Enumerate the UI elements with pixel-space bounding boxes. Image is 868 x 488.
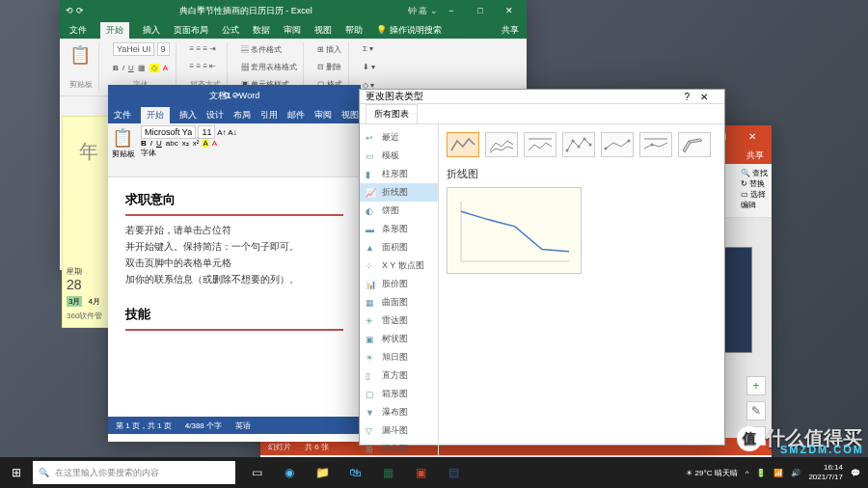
subtype-100pct-markers[interactable]: [639, 132, 672, 157]
font-size-select[interactable]: 9: [157, 42, 170, 56]
cond-format-button[interactable]: ▤ 条件格式: [241, 44, 297, 55]
start-button[interactable]: ⊞: [0, 466, 33, 479]
font-size-select[interactable]: 11: [198, 125, 215, 139]
chart-category-6[interactable]: ▲面积图: [360, 238, 438, 257]
highlight-button[interactable]: A: [203, 139, 207, 148]
volume-icon[interactable]: 🔊: [791, 469, 800, 477]
subtype-stacked-line[interactable]: [485, 132, 518, 157]
subtype-line[interactable]: [447, 132, 479, 157]
edge-icon[interactable]: ◉: [274, 459, 305, 486]
chart-category-8[interactable]: 📊股价图: [360, 275, 438, 293]
chart-preview[interactable]: [447, 187, 582, 274]
tab-insert[interactable]: 插入: [143, 24, 160, 37]
border-button[interactable]: ▦: [138, 64, 146, 72]
tab-home[interactable]: 开始: [100, 22, 129, 39]
chart-category-2[interactable]: ▮柱形图: [360, 165, 438, 183]
task-view-icon[interactable]: ▭: [241, 459, 272, 486]
dialog-titlebar[interactable]: 更改图表类型 ? ✕: [360, 90, 724, 104]
tab-data[interactable]: 数据: [253, 24, 270, 37]
month-3[interactable]: 3月: [67, 296, 82, 307]
language[interactable]: 英语: [235, 420, 251, 431]
tab-review[interactable]: 审阅: [314, 109, 332, 122]
tray-up-icon[interactable]: ^: [746, 469, 749, 477]
close-icon[interactable]: ✕: [496, 6, 523, 15]
word-titlebar[interactable]: ⟲ ⟳ 文档1 - Word: [108, 85, 361, 106]
sum-button[interactable]: Σ ▾: [363, 44, 375, 53]
bold-button[interactable]: B: [113, 64, 119, 72]
close-icon[interactable]: ✕: [739, 131, 766, 142]
tab-mail[interactable]: 邮件: [287, 109, 305, 122]
clock[interactable]: 16:14 2021/7/17: [808, 463, 843, 481]
chart-category-15[interactable]: ▼瀑布图: [360, 403, 438, 421]
chart-category-16[interactable]: ▽漏斗图: [360, 421, 438, 440]
brush-icon[interactable]: ✎: [746, 401, 766, 420]
fill-button[interactable]: ⬇ ▾: [363, 63, 375, 71]
excel-titlebar[interactable]: ⟲ ⟳ 典白季节性插画的日历日历 - Excel 钟 嘉 ⌄ − □ ✕: [60, 0, 527, 21]
tab-all-charts[interactable]: 所有图表: [366, 104, 418, 123]
search-hint[interactable]: 💡 操作说明搜索: [376, 24, 442, 37]
tab-layout[interactable]: 布局: [233, 109, 251, 122]
month-4[interactable]: 4月: [88, 296, 99, 307]
tab-formula[interactable]: 公式: [222, 24, 239, 37]
chart-category-3[interactable]: 📈折线图: [360, 183, 438, 202]
chart-category-9[interactable]: ▦曲面图: [360, 293, 438, 312]
tab-help[interactable]: 帮助: [345, 24, 363, 37]
chart-category-0[interactable]: ↩最近: [360, 128, 438, 147]
italic-button[interactable]: I: [122, 64, 124, 72]
word-count[interactable]: 4/388 个字: [185, 420, 222, 431]
maximize-icon[interactable]: □: [467, 6, 494, 15]
zoom-in-button[interactable]: +: [746, 376, 766, 395]
chart-category-10[interactable]: ✳雷达图: [360, 312, 438, 330]
tab-view[interactable]: 视图: [341, 109, 359, 122]
battery-icon[interactable]: 🔋: [756, 469, 766, 477]
delete-button[interactable]: ⊟ 删除: [317, 62, 342, 72]
powerpoint-icon[interactable]: ▣: [405, 459, 436, 486]
chart-category-11[interactable]: ▣树状图: [360, 330, 438, 348]
font-color-button[interactable]: A: [163, 64, 168, 72]
bold-button[interactable]: B: [141, 139, 147, 148]
chart-category-17[interactable]: ⊞组合图: [360, 440, 438, 458]
replace-button[interactable]: ↻ 替换: [741, 178, 768, 189]
minimize-icon[interactable]: −: [438, 6, 465, 15]
chart-category-7[interactable]: ⁘X Y 散点图: [360, 257, 438, 275]
store-icon[interactable]: 🛍: [339, 459, 370, 486]
subtype-3d-line[interactable]: [678, 132, 711, 157]
tab-design[interactable]: 设计: [206, 109, 224, 122]
chart-category-12[interactable]: ☀旭日图: [360, 348, 438, 366]
explorer-icon[interactable]: 📁: [307, 459, 338, 486]
tab-home[interactable]: 开始: [141, 107, 170, 123]
insert-button[interactable]: ⊞ 插入: [317, 44, 342, 55]
search-box[interactable]: 🔍 在这里输入你要搜索的内容: [33, 461, 235, 484]
tab-ref[interactable]: 引用: [260, 109, 278, 122]
font-name-select[interactable]: YaHei UI: [113, 42, 154, 56]
share-button[interactable]: 共享: [502, 24, 527, 37]
chart-category-4[interactable]: ◐饼图: [360, 202, 438, 220]
strike-button[interactable]: abc: [166, 139, 178, 148]
subtype-100pct-line[interactable]: [524, 132, 556, 157]
find-button[interactable]: 🔍 查找: [741, 168, 768, 178]
tab-insert[interactable]: 插入: [179, 109, 197, 122]
tab-file[interactable]: 文件: [69, 24, 87, 37]
select-button[interactable]: ▭ 选择: [741, 189, 768, 200]
fill-color-button[interactable]: ◇: [149, 64, 159, 72]
tab-view[interactable]: 视图: [314, 24, 332, 37]
font-name-select[interactable]: Microsoft Ya: [141, 125, 196, 139]
font-color-button[interactable]: A: [212, 139, 217, 148]
word-icon[interactable]: ▤: [438, 459, 469, 486]
table-format-button[interactable]: ▦ 套用表格格式: [241, 62, 297, 72]
weather-widget[interactable]: ☀ 29°C 晴天晴: [686, 468, 737, 478]
excel-icon[interactable]: ▦: [372, 459, 403, 486]
subtype-stacked-markers[interactable]: [601, 132, 634, 157]
page-indicator[interactable]: 第 1 页，共 1 页: [116, 420, 172, 431]
chart-category-5[interactable]: ▬条形图: [360, 220, 438, 238]
chart-category-13[interactable]: ▯直方图: [360, 366, 438, 385]
chart-category-1[interactable]: ▭模板: [360, 147, 438, 165]
underline-button[interactable]: U: [156, 139, 162, 148]
italic-button[interactable]: I: [150, 139, 152, 148]
underline-button[interactable]: U: [128, 64, 134, 72]
tab-file[interactable]: 文件: [114, 109, 131, 122]
wifi-icon[interactable]: 📶: [773, 469, 783, 477]
tab-review[interactable]: 审阅: [284, 24, 301, 37]
close-icon[interactable]: ✕: [690, 92, 719, 102]
document-body[interactable]: 求职意向 若要开始，请单击占位符 并开始键入。保持简洁：一个句子即可。 双击页脚…: [108, 177, 361, 417]
